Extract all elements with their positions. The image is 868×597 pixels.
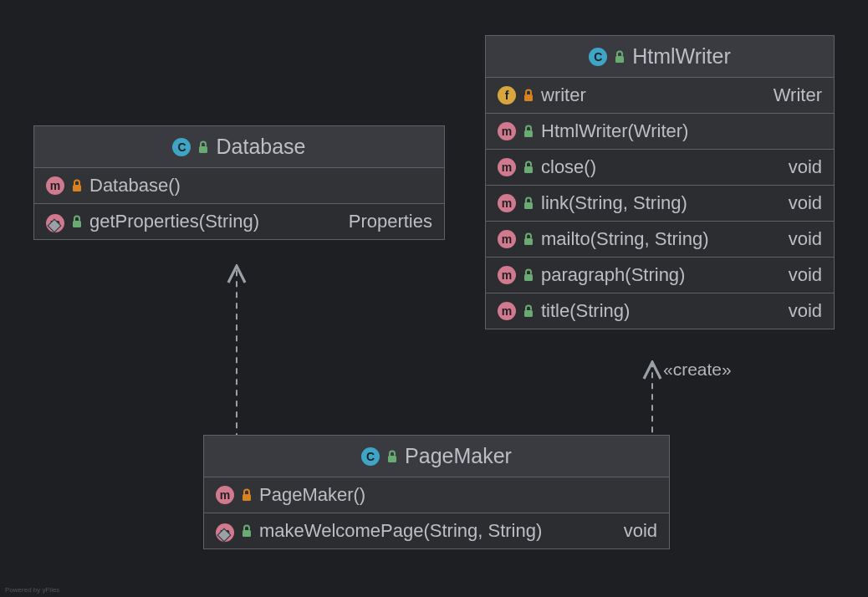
public-icon	[386, 450, 398, 463]
member-row[interactable]: m getProperties(String) Properties	[34, 204, 444, 239]
member-row[interactable]: f writer Writer	[486, 78, 834, 114]
class-name: Database	[216, 135, 305, 159]
member-return: void	[624, 520, 657, 542]
member-return: void	[789, 228, 822, 250]
public-icon	[523, 268, 534, 282]
method-icon: m	[498, 302, 516, 320]
svg-rect-10	[524, 310, 533, 317]
svg-rect-2	[73, 221, 81, 227]
svg-rect-3	[615, 56, 624, 63]
member-row[interactable]: m paragraph(String) void	[486, 258, 834, 293]
method-icon: m	[498, 266, 516, 284]
member-return: void	[789, 192, 822, 214]
svg-rect-0	[199, 146, 207, 153]
powered-by-label: Powered by yFiles	[5, 586, 59, 594]
class-database[interactable]: C Database m Database() m getProperties(…	[33, 125, 445, 240]
member-return: Properties	[349, 211, 432, 232]
field-icon: f	[498, 86, 516, 105]
public-icon	[523, 196, 534, 210]
public-icon	[523, 232, 534, 246]
class-name: PageMaker	[405, 444, 512, 468]
class-icon: C	[361, 447, 380, 466]
method-icon: m	[498, 158, 516, 176]
public-icon	[71, 215, 83, 228]
member-row[interactable]: m close() void	[486, 150, 834, 186]
member-signature: title(String)	[541, 300, 782, 322]
member-signature: HtmlWriter(Writer)	[541, 120, 815, 142]
method-icon: m	[498, 230, 516, 248]
class-icon: C	[589, 48, 607, 66]
member-return: Writer	[774, 84, 822, 106]
public-icon	[197, 140, 209, 154]
method-icon: m	[46, 176, 64, 195]
class-icon: C	[172, 138, 191, 156]
member-signature: makeWelcomePage(String, String)	[259, 520, 617, 542]
method-icon: m	[216, 486, 234, 504]
member-row[interactable]: m title(String) void	[486, 293, 834, 329]
member-return: void	[789, 300, 822, 322]
svg-rect-12	[243, 494, 251, 501]
svg-rect-4	[524, 94, 533, 101]
member-return: void	[789, 264, 822, 286]
member-row[interactable]: m Database()	[34, 168, 444, 204]
private-icon	[523, 89, 534, 102]
member-row[interactable]: m link(String, String) void	[486, 186, 834, 222]
public-icon	[523, 125, 534, 138]
svg-rect-8	[524, 238, 533, 245]
svg-rect-5	[524, 130, 533, 137]
private-icon	[71, 179, 83, 192]
class-header-database: C Database	[34, 126, 444, 168]
member-return: void	[789, 156, 822, 178]
method-icon: m	[498, 122, 516, 140]
member-signature: getProperties(String)	[89, 211, 342, 232]
class-pagemaker[interactable]: C PageMaker m PageMaker() m makeWelcomeP…	[203, 435, 670, 549]
member-signature: writer	[541, 84, 767, 106]
member-signature: paragraph(String)	[541, 264, 782, 286]
member-signature: link(String, String)	[541, 192, 782, 214]
public-icon	[523, 304, 534, 318]
public-icon	[614, 50, 625, 64]
svg-rect-9	[524, 274, 533, 281]
member-row[interactable]: m makeWelcomePage(String, String) void	[204, 513, 669, 549]
svg-rect-6	[524, 166, 533, 173]
member-signature: close()	[541, 156, 782, 178]
member-signature: PageMaker()	[259, 484, 651, 506]
public-icon	[241, 524, 253, 538]
class-header-htmlwriter: C HtmlWriter	[486, 36, 834, 78]
class-header-pagemaker: C PageMaker	[204, 436, 669, 477]
member-signature: mailto(String, String)	[541, 228, 782, 250]
svg-rect-11	[388, 456, 396, 462]
member-row[interactable]: m HtmlWriter(Writer)	[486, 114, 834, 150]
class-htmlwriter[interactable]: C HtmlWriter f writer Writer m HtmlWrite…	[485, 35, 835, 329]
svg-rect-13	[243, 530, 251, 537]
member-signature: Database()	[89, 175, 426, 196]
member-row[interactable]: m mailto(String, String) void	[486, 222, 834, 258]
member-row[interactable]: m PageMaker()	[204, 477, 669, 513]
private-icon	[241, 488, 253, 502]
create-stereotype-label: «create»	[663, 360, 732, 380]
svg-rect-1	[73, 185, 81, 191]
public-icon	[523, 161, 534, 174]
svg-rect-7	[524, 202, 533, 209]
method-icon: m	[498, 194, 516, 212]
class-name: HtmlWriter	[632, 44, 731, 69]
